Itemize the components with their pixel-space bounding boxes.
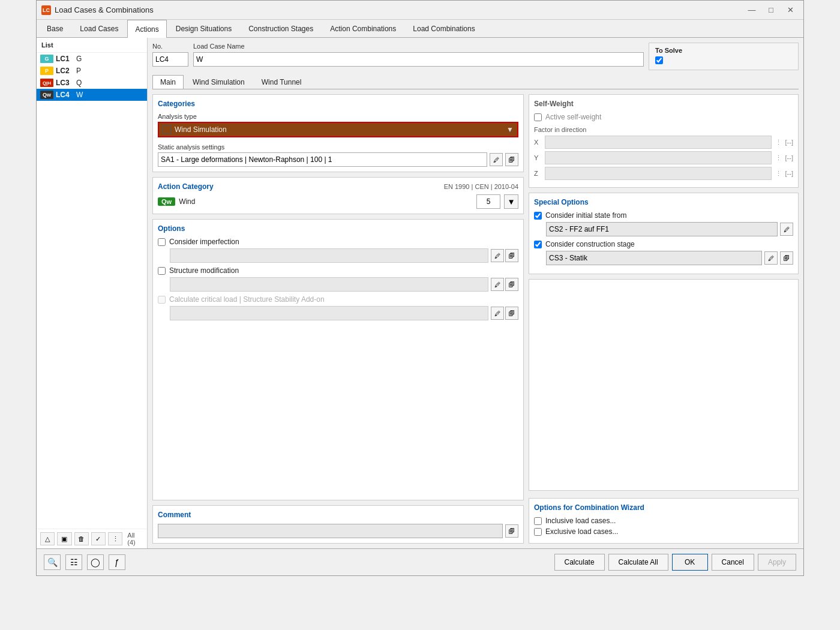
- analysis-type-label: Analysis type: [158, 113, 518, 120]
- inner-tab-main[interactable]: Main: [152, 75, 184, 89]
- list-item-lc2[interactable]: P LC2 P: [37, 65, 147, 77]
- maximize-button[interactable]: □: [763, 4, 779, 16]
- inner-tab-wind-tunnel[interactable]: Wind Tunnel: [254, 75, 310, 89]
- action-badge: Qw: [158, 197, 175, 206]
- to-solve-checkbox[interactable]: [655, 56, 663, 64]
- cancel-button[interactable]: Cancel: [712, 554, 754, 571]
- critical-load-input: [170, 306, 488, 320]
- modification-edit-button[interactable]: 🖉: [491, 278, 504, 291]
- copy-item-button[interactable]: ▣: [57, 532, 71, 545]
- construction-stage-copy-button[interactable]: 🗐: [780, 251, 793, 265]
- list-item-lc4[interactable]: Qw LC4 W: [37, 89, 147, 101]
- spacer-area: [529, 279, 799, 491]
- action-dropdown-button[interactable]: ▼: [504, 194, 518, 209]
- list-item-lc1[interactable]: G LC1 G: [37, 53, 147, 65]
- no-input[interactable]: [152, 52, 188, 67]
- options-title: Options: [158, 224, 518, 233]
- color-p: P: [40, 67, 53, 75]
- action-cat-title: Action Category: [158, 182, 214, 191]
- settings-edit-button[interactable]: 🖉: [490, 153, 503, 166]
- static-settings-select[interactable]: SA1 - Large deformations | Newton-Raphso…: [158, 152, 487, 167]
- y-input[interactable]: [545, 151, 772, 164]
- table-button[interactable]: ☷: [65, 554, 82, 570]
- inclusive-checkbox[interactable]: [534, 517, 542, 525]
- sidebar-list: G LC1 G P LC2 P Q|H LC3 Q Qw LC4 W: [37, 53, 147, 529]
- consider-imperfection-label: Consider imperfection: [169, 238, 239, 246]
- ok-button[interactable]: OK: [672, 554, 708, 571]
- imperfection-copy-button[interactable]: 🗐: [505, 249, 518, 262]
- calculate-button[interactable]: Calculate: [554, 554, 605, 571]
- critical-load-copy-button[interactable]: 🗐: [505, 307, 518, 320]
- check-button[interactable]: ✓: [91, 532, 106, 545]
- sidebar: List G LC1 G P LC2 P Q|H LC3 Q: [37, 38, 148, 548]
- categories-section: Categories Analysis type Wind Simulation…: [152, 94, 524, 172]
- dropdown-arrow-icon: ▼: [506, 125, 514, 134]
- name-select[interactable]: W: [193, 52, 644, 67]
- tab-load-combinations[interactable]: Load Combinations: [405, 20, 482, 37]
- settings-copy-button[interactable]: 🗐: [505, 153, 518, 166]
- imperfection-edit-button[interactable]: 🖉: [491, 249, 504, 262]
- tab-construction-stages[interactable]: Construction Stages: [241, 20, 321, 37]
- no-section: No.: [152, 43, 188, 67]
- action-name: Wind: [179, 197, 473, 206]
- inclusive-label: Inclusive load cases...: [545, 517, 616, 525]
- tab-action-combinations[interactable]: Action Combinations: [322, 20, 404, 37]
- exclusive-label: Exclusive load cases...: [545, 527, 618, 536]
- critical-load-checkbox[interactable]: [158, 296, 166, 304]
- minimize-button[interactable]: ―: [743, 4, 760, 16]
- top-row: No. Load Case Name W To Solve: [152, 43, 799, 70]
- to-solve-section: To Solve: [649, 43, 799, 70]
- critical-load-label: Calculate critical load | Structure Stab…: [169, 295, 325, 304]
- action-number-input[interactable]: [476, 194, 500, 209]
- structure-modification-checkbox[interactable]: [158, 267, 166, 275]
- node-button[interactable]: ◯: [87, 554, 104, 570]
- list-item-lc3[interactable]: Q|H LC3 Q: [37, 77, 147, 89]
- close-button[interactable]: ✕: [782, 4, 799, 16]
- comment-button[interactable]: 🗐: [505, 524, 518, 538]
- left-column: Categories Analysis type Wind Simulation…: [152, 94, 524, 544]
- comment-section: Comment 🗐: [152, 505, 524, 544]
- self-weight-title: Self-Weight: [534, 100, 793, 108]
- active-self-weight-checkbox[interactable]: [534, 113, 542, 121]
- consider-initial-checkbox[interactable]: [534, 212, 542, 220]
- formula-button[interactable]: ƒ: [109, 554, 125, 570]
- options-button[interactable]: ⋮: [108, 532, 122, 545]
- add-item-button[interactable]: △: [40, 532, 55, 545]
- comment-input[interactable]: [158, 524, 503, 538]
- special-options-title: Special Options: [534, 198, 793, 206]
- inner-tab-wind-simulation[interactable]: Wind Simulation: [185, 75, 253, 89]
- calculate-all-button[interactable]: Calculate All: [608, 554, 668, 571]
- exclusive-checkbox[interactable]: [534, 528, 542, 536]
- x-bracket: [--]: [785, 139, 793, 146]
- self-weight-section: Self-Weight Active self-weight Factor in…: [529, 94, 799, 188]
- comment-title: Comment: [158, 511, 518, 519]
- right-column: Self-Weight Active self-weight Factor in…: [529, 94, 799, 544]
- main-tabs: Base Load Cases Actions Design Situation…: [37, 20, 803, 38]
- structure-modification-row: Structure modification: [158, 266, 518, 275]
- construction-stage-select[interactable]: CS3 - Statik: [546, 251, 762, 265]
- tab-actions[interactable]: Actions: [127, 20, 166, 38]
- search-button[interactable]: 🔍: [44, 554, 61, 570]
- delete-item-button[interactable]: 🗑: [74, 532, 89, 545]
- x-input[interactable]: [545, 136, 772, 149]
- apply-button[interactable]: Apply: [758, 554, 796, 571]
- analysis-type-dropdown[interactable]: Wind Simulation ▼: [158, 122, 518, 137]
- color-q: Q|H: [40, 79, 53, 87]
- initial-state-select[interactable]: CS2 - FF2 auf FF1: [546, 222, 778, 236]
- y-label: Y: [534, 154, 541, 161]
- construction-stage-edit-button[interactable]: 🖉: [764, 251, 778, 265]
- critical-load-edit-button[interactable]: 🖉: [491, 307, 504, 320]
- tab-load-cases[interactable]: Load Cases: [72, 20, 126, 37]
- bottom-bar: 🔍 ☷ ◯ ƒ Calculate Calculate All OK Cance…: [37, 548, 803, 575]
- action-category-section: Action Category EN 1990 | CEN | 2010-04 …: [152, 177, 524, 214]
- consider-construction-checkbox[interactable]: [534, 241, 542, 248]
- tab-base[interactable]: Base: [39, 20, 71, 37]
- consider-imperfection-checkbox[interactable]: [158, 238, 166, 246]
- combo-wizard-section: Options for Combination Wizard Inclusive…: [529, 498, 799, 544]
- modification-copy-button[interactable]: 🗐: [505, 278, 518, 291]
- consider-initial-row: Consider initial state from: [534, 211, 793, 220]
- initial-state-button[interactable]: 🖉: [780, 223, 793, 236]
- tab-design-situations[interactable]: Design Situations: [168, 20, 239, 37]
- analysis-type-value: Wind Simulation: [175, 125, 227, 134]
- z-input[interactable]: [545, 167, 772, 180]
